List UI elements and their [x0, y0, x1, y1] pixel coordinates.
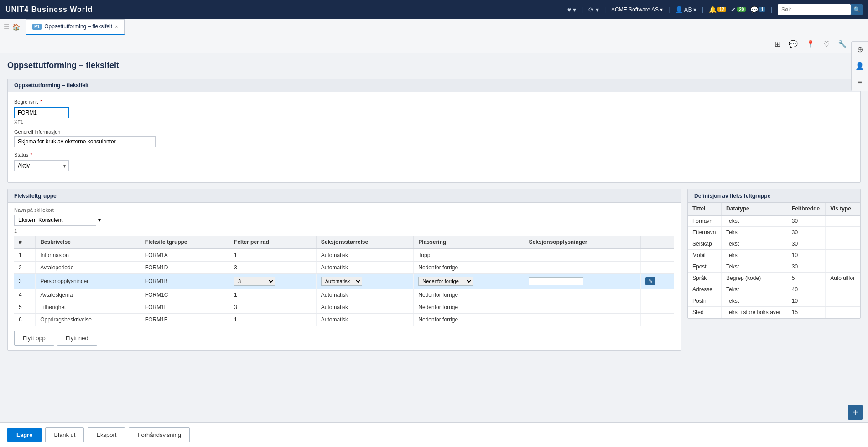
plassering-select[interactable]: Nedenfor forrige — [418, 277, 473, 286]
def-cell-tittel[interactable]: Selskap — [688, 238, 722, 250]
def-cell-vistype — [826, 238, 860, 250]
def-cell-tittel[interactable]: Språk — [688, 273, 722, 284]
def-cell-bredde: 30 — [787, 227, 825, 238]
flexigroup-header: Fleksifeltgruppe — [8, 189, 681, 203]
cell-edit — [641, 301, 674, 314]
table-row[interactable]: 4 Avtaleskjema FORM1C 1 Automatisk Neden… — [14, 289, 674, 301]
tasks-badge: 20 — [737, 7, 746, 12]
favorites-icon[interactable]: ♥ ▾ — [567, 6, 576, 13]
cell-felter: 1 — [229, 249, 317, 262]
def-cell-tittel[interactable]: Sted — [688, 307, 722, 318]
cell-beskrivelse: Personopplysninger — [36, 274, 140, 289]
def-table-row: Selskap Tekst 30 — [688, 238, 860, 250]
cell-seksjon: Automatisk — [316, 274, 414, 289]
company-selector[interactable]: ACME Software AS ▾ — [611, 6, 663, 13]
logo-unit4-text: UNIT4 Business World — [5, 5, 93, 14]
cell-seksjoninfo — [524, 314, 641, 326]
cell-plassering: Nedenfor forrige — [414, 274, 524, 289]
def-cell-tittel[interactable]: Etternavn — [688, 227, 722, 238]
hamburger-icon[interactable]: ☰ — [4, 23, 10, 31]
skillekort-select[interactable]: Ekstern Konsulent — [14, 215, 96, 226]
col-beskrivelse: Beskrivelse — [36, 236, 140, 249]
home-icon[interactable]: 🏠 — [12, 23, 20, 31]
cell-seksjon: Automatisk — [316, 289, 414, 301]
cell-gruppe: FORM1E — [140, 301, 229, 314]
col-gruppe: Fleksifeltgruppe — [140, 236, 229, 249]
def-cell-tittel[interactable]: Mobil — [688, 250, 722, 261]
tab-prefix: P1 — [32, 24, 42, 30]
page-title: Oppsettutforming – fleksifelt — [7, 61, 861, 70]
general-input[interactable] — [14, 136, 156, 147]
notifications-icon[interactable]: 🔔 12 — [709, 6, 726, 13]
zoom-icon[interactable]: ⊕ — [852, 42, 868, 58]
cell-seksjon: Automatisk — [316, 249, 414, 262]
def-cell-vistype — [826, 284, 860, 295]
definition-card: Definisjon av fleksifeltgruppe Tittel Da… — [687, 189, 861, 319]
def-cell-datatype: Tekst — [722, 284, 787, 295]
user-panel-icon[interactable]: 👤 — [852, 58, 868, 74]
def-cell-datatype: Tekst i store bokstaver — [722, 307, 787, 318]
cell-seksjoninfo — [524, 289, 641, 301]
favorite-icon[interactable]: ♡ — [820, 38, 833, 50]
table-row[interactable]: 1 Informasjon FORM1A 1 Automatisk Topp — [14, 249, 674, 262]
table-row[interactable]: 6 Oppdragsbeskrivelse FORM1F 1 Automatis… — [14, 314, 674, 326]
seksjon-select[interactable]: Automatisk — [321, 277, 362, 286]
layout-icon[interactable]: ⊞ — [771, 38, 784, 50]
begreps-label: Begrепsnr. — [14, 99, 38, 105]
def-col-vistype: Vis type — [826, 203, 860, 215]
cell-beskrivelse: Avtaleperiode — [36, 262, 140, 274]
list-panel-icon[interactable]: ≡ — [852, 74, 868, 91]
table-row[interactable]: 3 Personopplysninger FORM1B 3123 Automat… — [14, 274, 674, 289]
def-cell-tittel[interactable]: Epost — [688, 261, 722, 273]
tools-icon[interactable]: 🔧 — [835, 38, 850, 50]
seksjoninfo-input[interactable] — [529, 277, 583, 285]
comment-icon[interactable]: 💬 — [785, 38, 801, 50]
def-table-row: Fornavn Tekst 30 — [688, 215, 860, 227]
cell-num: 2 — [14, 262, 36, 274]
def-cell-vistype — [826, 215, 860, 227]
skillekort-arrow: ▾ — [98, 217, 101, 223]
flytt-opp-button[interactable]: Flytt opp — [14, 331, 54, 346]
def-cell-bredde: 5 — [787, 273, 825, 284]
tasks-icon[interactable]: ✔ 20 — [731, 6, 746, 13]
col-plassering: Plassering — [414, 236, 524, 249]
def-cell-bredde: 10 — [787, 250, 825, 261]
cell-gruppe: FORM1C — [140, 289, 229, 301]
status-select[interactable]: Aktiv Inaktiv — [14, 160, 69, 171]
user-icon[interactable]: 👤 AB ▾ — [675, 6, 696, 13]
tab-label: Oppsettutforming – fleksifelt — [44, 23, 112, 30]
col-seksjon: Seksjonsstørrelse — [316, 236, 414, 249]
begreps-input[interactable] — [14, 107, 69, 118]
cell-beskrivelse: Informasjon — [36, 249, 140, 262]
definition-table: Tittel Datatype Feltbredde Vis type Forn… — [688, 203, 860, 318]
def-cell-vistype — [826, 250, 860, 261]
search-input[interactable] — [778, 4, 851, 15]
cell-edit — [641, 289, 674, 301]
pin-icon[interactable]: 📍 — [803, 38, 818, 50]
def-col-bredde: Feltbredde — [787, 203, 825, 215]
felter-select[interactable]: 3123 — [234, 277, 275, 286]
def-table-row: Sted Tekst i store bokstaver 15 — [688, 307, 860, 318]
messages-icon[interactable]: 💬 1 — [750, 6, 765, 13]
cell-edit — [641, 262, 674, 274]
cell-felter: 3123 — [229, 274, 317, 289]
def-cell-tittel[interactable]: Fornavn — [688, 215, 722, 227]
def-cell-tittel[interactable]: Postnr — [688, 295, 722, 307]
edit-button[interactable]: ✎ — [645, 277, 655, 285]
def-table-row: Epost Tekst 30 — [688, 261, 860, 273]
def-cell-tittel[interactable]: Adresse — [688, 284, 722, 295]
def-cell-datatype: Tekst — [722, 238, 787, 250]
history-icon[interactable]: ⟳ ▾ — [588, 6, 599, 13]
tab-close-button[interactable]: × — [115, 24, 118, 29]
flytt-ned-button[interactable]: Flytt ned — [57, 331, 97, 346]
table-row[interactable]: 5 Tilhørighet FORM1E 3 Automatisk Nedenf… — [14, 301, 674, 314]
def-cell-datatype: Tekst — [722, 250, 787, 261]
col-felter: Felter per rad — [229, 236, 317, 249]
cell-num: 4 — [14, 289, 36, 301]
table-row[interactable]: 2 Avtaleperiode FORM1D 3 Automatisk Nede… — [14, 262, 674, 274]
def-cell-datatype: Tekst — [722, 295, 787, 307]
tab-oppsettutforming[interactable]: P1 Oppsettutforming – fleksifelt × — [26, 19, 125, 35]
toolbar: ⊞ 💬 📍 ♡ 🔧 ? — [0, 35, 868, 53]
search-button[interactable]: 🔍 — [851, 4, 863, 15]
cell-plassering: Nedenfor forrige — [414, 314, 524, 326]
